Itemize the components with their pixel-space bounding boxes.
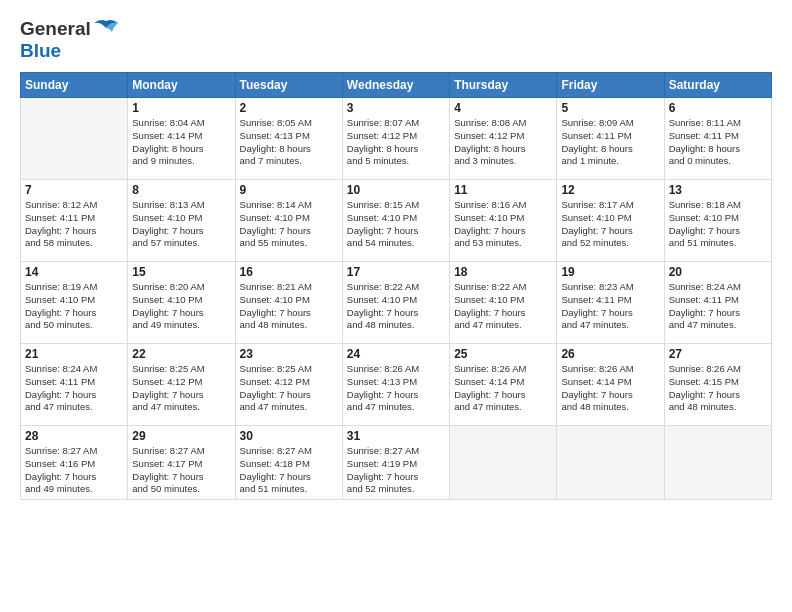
calendar-cell: 19Sunrise: 8:23 AM Sunset: 4:11 PM Dayli… <box>557 262 664 344</box>
day-info: Sunrise: 8:16 AM Sunset: 4:10 PM Dayligh… <box>454 199 552 250</box>
day-info: Sunrise: 8:26 AM Sunset: 4:15 PM Dayligh… <box>669 363 767 414</box>
day-info: Sunrise: 8:26 AM Sunset: 4:13 PM Dayligh… <box>347 363 445 414</box>
day-number: 15 <box>132 265 230 279</box>
calendar-cell <box>450 426 557 500</box>
day-number: 5 <box>561 101 659 115</box>
day-info: Sunrise: 8:23 AM Sunset: 4:11 PM Dayligh… <box>561 281 659 332</box>
day-number: 19 <box>561 265 659 279</box>
day-number: 30 <box>240 429 338 443</box>
day-number: 25 <box>454 347 552 361</box>
calendar-cell: 23Sunrise: 8:25 AM Sunset: 4:12 PM Dayli… <box>235 344 342 426</box>
day-info: Sunrise: 8:27 AM Sunset: 4:17 PM Dayligh… <box>132 445 230 496</box>
day-info: Sunrise: 8:24 AM Sunset: 4:11 PM Dayligh… <box>25 363 123 414</box>
day-number: 26 <box>561 347 659 361</box>
day-info: Sunrise: 8:07 AM Sunset: 4:12 PM Dayligh… <box>347 117 445 168</box>
day-info: Sunrise: 8:13 AM Sunset: 4:10 PM Dayligh… <box>132 199 230 250</box>
calendar-cell: 18Sunrise: 8:22 AM Sunset: 4:10 PM Dayli… <box>450 262 557 344</box>
calendar-cell: 17Sunrise: 8:22 AM Sunset: 4:10 PM Dayli… <box>342 262 449 344</box>
day-info: Sunrise: 8:15 AM Sunset: 4:10 PM Dayligh… <box>347 199 445 250</box>
day-number: 18 <box>454 265 552 279</box>
calendar-header-friday: Friday <box>557 73 664 98</box>
day-number: 8 <box>132 183 230 197</box>
day-info: Sunrise: 8:12 AM Sunset: 4:11 PM Dayligh… <box>25 199 123 250</box>
day-info: Sunrise: 8:18 AM Sunset: 4:10 PM Dayligh… <box>669 199 767 250</box>
calendar-week-3: 14Sunrise: 8:19 AM Sunset: 4:10 PM Dayli… <box>21 262 772 344</box>
calendar-week-4: 21Sunrise: 8:24 AM Sunset: 4:11 PM Dayli… <box>21 344 772 426</box>
calendar-cell: 14Sunrise: 8:19 AM Sunset: 4:10 PM Dayli… <box>21 262 128 344</box>
calendar-cell: 21Sunrise: 8:24 AM Sunset: 4:11 PM Dayli… <box>21 344 128 426</box>
day-number: 22 <box>132 347 230 361</box>
calendar-cell: 16Sunrise: 8:21 AM Sunset: 4:10 PM Dayli… <box>235 262 342 344</box>
day-info: Sunrise: 8:14 AM Sunset: 4:10 PM Dayligh… <box>240 199 338 250</box>
day-number: 20 <box>669 265 767 279</box>
day-info: Sunrise: 8:26 AM Sunset: 4:14 PM Dayligh… <box>454 363 552 414</box>
day-number: 31 <box>347 429 445 443</box>
day-number: 29 <box>132 429 230 443</box>
calendar-cell: 7Sunrise: 8:12 AM Sunset: 4:11 PM Daylig… <box>21 180 128 262</box>
calendar-header-sunday: Sunday <box>21 73 128 98</box>
calendar-cell: 8Sunrise: 8:13 AM Sunset: 4:10 PM Daylig… <box>128 180 235 262</box>
calendar-cell: 25Sunrise: 8:26 AM Sunset: 4:14 PM Dayli… <box>450 344 557 426</box>
calendar-cell: 31Sunrise: 8:27 AM Sunset: 4:19 PM Dayli… <box>342 426 449 500</box>
day-info: Sunrise: 8:04 AM Sunset: 4:14 PM Dayligh… <box>132 117 230 168</box>
calendar-cell <box>664 426 771 500</box>
calendar-cell <box>557 426 664 500</box>
day-number: 4 <box>454 101 552 115</box>
day-number: 3 <box>347 101 445 115</box>
calendar-cell: 20Sunrise: 8:24 AM Sunset: 4:11 PM Dayli… <box>664 262 771 344</box>
calendar-cell: 3Sunrise: 8:07 AM Sunset: 4:12 PM Daylig… <box>342 98 449 180</box>
calendar-header-row: SundayMondayTuesdayWednesdayThursdayFrid… <box>21 73 772 98</box>
calendar-header-wednesday: Wednesday <box>342 73 449 98</box>
day-info: Sunrise: 8:22 AM Sunset: 4:10 PM Dayligh… <box>347 281 445 332</box>
calendar-week-1: 1Sunrise: 8:04 AM Sunset: 4:14 PM Daylig… <box>21 98 772 180</box>
day-number: 7 <box>25 183 123 197</box>
calendar-cell: 1Sunrise: 8:04 AM Sunset: 4:14 PM Daylig… <box>128 98 235 180</box>
day-number: 11 <box>454 183 552 197</box>
day-info: Sunrise: 8:22 AM Sunset: 4:10 PM Dayligh… <box>454 281 552 332</box>
calendar-cell: 22Sunrise: 8:25 AM Sunset: 4:12 PM Dayli… <box>128 344 235 426</box>
calendar-cell: 30Sunrise: 8:27 AM Sunset: 4:18 PM Dayli… <box>235 426 342 500</box>
day-info: Sunrise: 8:20 AM Sunset: 4:10 PM Dayligh… <box>132 281 230 332</box>
calendar-cell: 24Sunrise: 8:26 AM Sunset: 4:13 PM Dayli… <box>342 344 449 426</box>
calendar-cell: 26Sunrise: 8:26 AM Sunset: 4:14 PM Dayli… <box>557 344 664 426</box>
day-info: Sunrise: 8:05 AM Sunset: 4:13 PM Dayligh… <box>240 117 338 168</box>
day-number: 21 <box>25 347 123 361</box>
day-number: 23 <box>240 347 338 361</box>
calendar-header-tuesday: Tuesday <box>235 73 342 98</box>
logo: General Blue <box>20 18 121 62</box>
page: General Blue SundayMondayTuesdayWednesda… <box>0 0 792 612</box>
day-number: 28 <box>25 429 123 443</box>
day-number: 16 <box>240 265 338 279</box>
calendar-cell: 15Sunrise: 8:20 AM Sunset: 4:10 PM Dayli… <box>128 262 235 344</box>
day-number: 10 <box>347 183 445 197</box>
calendar-cell: 29Sunrise: 8:27 AM Sunset: 4:17 PM Dayli… <box>128 426 235 500</box>
day-number: 17 <box>347 265 445 279</box>
calendar: SundayMondayTuesdayWednesdayThursdayFrid… <box>20 72 772 500</box>
calendar-cell: 13Sunrise: 8:18 AM Sunset: 4:10 PM Dayli… <box>664 180 771 262</box>
calendar-cell: 9Sunrise: 8:14 AM Sunset: 4:10 PM Daylig… <box>235 180 342 262</box>
day-info: Sunrise: 8:25 AM Sunset: 4:12 PM Dayligh… <box>240 363 338 414</box>
day-info: Sunrise: 8:26 AM Sunset: 4:14 PM Dayligh… <box>561 363 659 414</box>
calendar-cell: 28Sunrise: 8:27 AM Sunset: 4:16 PM Dayli… <box>21 426 128 500</box>
day-info: Sunrise: 8:27 AM Sunset: 4:16 PM Dayligh… <box>25 445 123 496</box>
calendar-week-5: 28Sunrise: 8:27 AM Sunset: 4:16 PM Dayli… <box>21 426 772 500</box>
calendar-cell: 10Sunrise: 8:15 AM Sunset: 4:10 PM Dayli… <box>342 180 449 262</box>
day-info: Sunrise: 8:27 AM Sunset: 4:18 PM Dayligh… <box>240 445 338 496</box>
day-info: Sunrise: 8:17 AM Sunset: 4:10 PM Dayligh… <box>561 199 659 250</box>
day-number: 6 <box>669 101 767 115</box>
day-number: 12 <box>561 183 659 197</box>
calendar-cell: 11Sunrise: 8:16 AM Sunset: 4:10 PM Dayli… <box>450 180 557 262</box>
calendar-header-monday: Monday <box>128 73 235 98</box>
calendar-cell: 4Sunrise: 8:08 AM Sunset: 4:12 PM Daylig… <box>450 98 557 180</box>
logo-wordmark: General <box>20 18 121 40</box>
calendar-week-2: 7Sunrise: 8:12 AM Sunset: 4:11 PM Daylig… <box>21 180 772 262</box>
day-number: 14 <box>25 265 123 279</box>
calendar-cell: 27Sunrise: 8:26 AM Sunset: 4:15 PM Dayli… <box>664 344 771 426</box>
day-info: Sunrise: 8:21 AM Sunset: 4:10 PM Dayligh… <box>240 281 338 332</box>
day-info: Sunrise: 8:09 AM Sunset: 4:11 PM Dayligh… <box>561 117 659 168</box>
calendar-cell: 6Sunrise: 8:11 AM Sunset: 4:11 PM Daylig… <box>664 98 771 180</box>
day-info: Sunrise: 8:19 AM Sunset: 4:10 PM Dayligh… <box>25 281 123 332</box>
header: General Blue <box>20 18 772 62</box>
calendar-header-thursday: Thursday <box>450 73 557 98</box>
logo-blue-text: Blue <box>20 40 61 62</box>
